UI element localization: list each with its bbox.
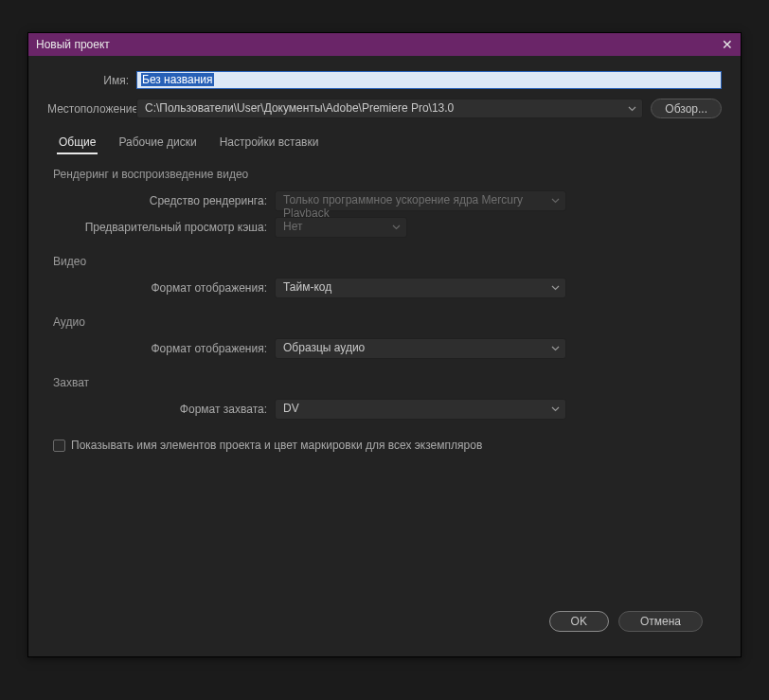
group-capture: Захват Формат захвата: DV	[51, 372, 718, 420]
tab-content-general: Рендеринг и воспроизведение видео Средст…	[47, 154, 722, 456]
name-label: Имя:	[47, 74, 136, 87]
group-rendering: Рендеринг и воспроизведение видео Средст…	[51, 164, 718, 238]
cache-value: Нет	[283, 220, 302, 233]
cancel-button[interactable]: Отмена	[618, 611, 703, 632]
chevron-down-icon	[551, 285, 560, 291]
renderer-value: Только программное ускорение ядра Mercur…	[283, 193, 523, 220]
close-icon[interactable]: ✕	[722, 37, 733, 52]
chevron-down-icon	[628, 106, 636, 112]
audio-format-select[interactable]: Образцы аудио	[275, 338, 566, 359]
dialog-body: Имя: Без названия Местоположение: C:\Пол…	[28, 56, 741, 656]
show-names-label: Показывать имя элементов проекта и цвет …	[71, 439, 482, 452]
cache-row: Предварительный просмотр кэша: Нет	[51, 217, 718, 238]
group-rendering-title: Рендеринг и воспроизведение видео	[51, 164, 718, 185]
name-value-selected: Без названия	[141, 73, 214, 86]
browse-button[interactable]: Обзор...	[651, 99, 722, 118]
chevron-down-icon	[551, 406, 560, 412]
video-format-value: Тайм-код	[283, 280, 331, 294]
location-row: Местоположение: C:\Пользователи\User\Док…	[47, 99, 722, 118]
renderer-select: Только программное ускорение ядра Mercur…	[275, 190, 566, 211]
group-video: Видео Формат отображения: Тайм-код	[51, 251, 718, 298]
show-names-checkbox-row: Показывать имя элементов проекта и цвет …	[51, 439, 718, 452]
tab-scratch-disks[interactable]: Рабочие диски	[116, 132, 198, 154]
chevron-down-icon	[551, 346, 560, 351]
group-audio-title: Аудио	[51, 312, 718, 332]
location-label: Местоположение:	[47, 102, 136, 116]
capture-format-label: Формат захвата:	[51, 403, 275, 416]
renderer-label: Средство рендеринга:	[51, 194, 275, 207]
video-format-label: Формат отображения:	[51, 281, 275, 295]
audio-format-label: Формат отображения:	[51, 342, 275, 355]
titlebar: Новый проект ✕	[28, 33, 741, 56]
location-value: C:\Пользователи\User\Документы\Adobe\Pre…	[145, 101, 454, 115]
new-project-dialog: Новый проект ✕ Имя: Без названия Местопо…	[27, 32, 742, 657]
video-format-select[interactable]: Тайм-код	[275, 278, 566, 298]
cache-label: Предварительный просмотр кэша:	[51, 221, 275, 234]
renderer-row: Средство рендеринга: Только программное …	[51, 190, 718, 211]
location-select[interactable]: C:\Пользователи\User\Документы\Adobe\Pre…	[136, 99, 643, 118]
tab-ingest-settings[interactable]: Настройки вставки	[218, 132, 321, 154]
chevron-down-icon	[392, 224, 401, 230]
group-capture-title: Захват	[51, 372, 718, 393]
capture-format-row: Формат захвата: DV	[51, 399, 718, 420]
project-name-input[interactable]: Без названия	[136, 71, 722, 89]
capture-format-value: DV	[283, 402, 299, 415]
group-video-title: Видео	[51, 251, 718, 272]
group-audio: Аудио Формат отображения: Образцы аудио	[51, 312, 718, 359]
dialog-footer: OK Отмена	[47, 598, 722, 645]
show-names-checkbox[interactable]	[53, 440, 65, 452]
ok-button[interactable]: OK	[549, 611, 609, 632]
tab-general[interactable]: Общие	[57, 132, 98, 154]
audio-format-row: Формат отображения: Образцы аудио	[51, 338, 718, 359]
chevron-down-icon	[551, 198, 560, 204]
dialog-title: Новый проект	[36, 38, 110, 51]
cache-select: Нет	[275, 217, 407, 238]
audio-format-value: Образцы аудио	[283, 341, 365, 354]
capture-format-select[interactable]: DV	[275, 399, 566, 420]
tabs: Общие Рабочие диски Настройки вставки	[47, 128, 722, 154]
name-row: Имя: Без названия	[47, 71, 722, 89]
video-format-row: Формат отображения: Тайм-код	[51, 278, 718, 298]
